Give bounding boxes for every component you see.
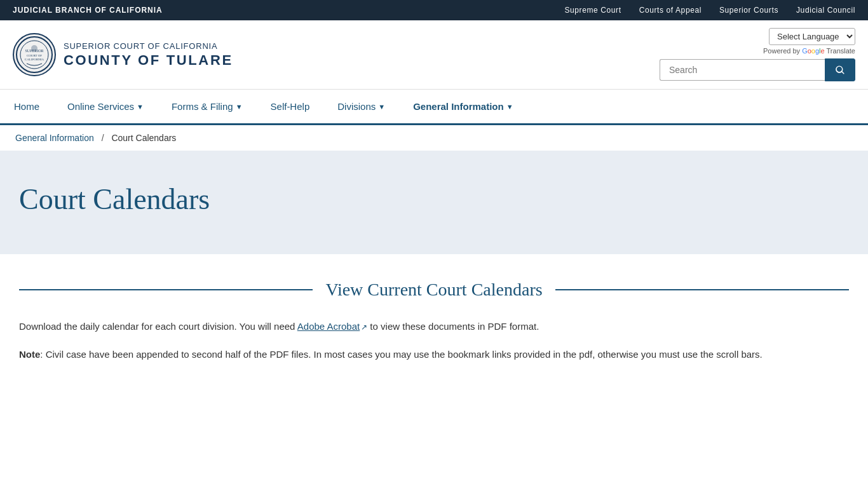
page-title: Court Calendars (19, 182, 849, 216)
language-select[interactable]: Select Language (769, 28, 855, 45)
breadcrumb-separator: / (102, 133, 104, 143)
nav-self-help[interactable]: Self-Help (257, 90, 324, 125)
nav-online-services[interactable]: Online Services ▼ (53, 90, 158, 125)
svg-text:COURT OF: COURT OF (27, 54, 42, 57)
breadcrumb-current: Court Calendars (111, 133, 176, 143)
title-line-left (19, 289, 313, 290)
translate-area: Select Language Powered by Google Transl… (763, 28, 855, 55)
nav-home[interactable]: Home (0, 90, 53, 125)
online-services-chevron: ▼ (137, 103, 144, 111)
judicial-council-link[interactable]: Judicial Council (796, 6, 855, 15)
court-subtitle: SUPERIOR COURT OF CALIFORNIA (64, 41, 233, 51)
search-area (660, 58, 855, 81)
title-line-right (555, 289, 849, 290)
main-nav: Home Online Services ▼ Forms & Filing ▼ … (0, 90, 868, 125)
main-content: View Current Court Calendars Download th… (0, 254, 868, 400)
org-name: JUDICIAL BRANCH OF CALIFORNIA (13, 6, 163, 15)
nav-divisions[interactable]: Divisions ▼ (323, 90, 399, 125)
content-paragraph-2: Note: Civil case have been appended to s… (19, 347, 849, 362)
search-input[interactable] (660, 59, 825, 81)
breadcrumb-parent[interactable]: General Information (15, 133, 94, 143)
court-seal: SUPERIOR COURT OF CALIFORNIA (13, 33, 56, 76)
external-link-icon: ↗ (361, 322, 367, 334)
search-button[interactable] (825, 58, 855, 81)
hero-section: Court Calendars (0, 151, 868, 254)
court-title: SUPERIOR COURT OF CALIFORNIA COUNTY OF T… (64, 41, 233, 69)
logo-area: SUPERIOR COURT OF CALIFORNIA SUPERIOR CO… (13, 33, 233, 76)
adobe-acrobat-link[interactable]: Adobe Acrobat↗ (297, 321, 367, 332)
divisions-chevron: ▼ (378, 103, 385, 111)
svg-text:CALIFORNIA: CALIFORNIA (25, 58, 44, 61)
note-label: Note (19, 349, 40, 360)
site-header: SUPERIOR COURT OF CALIFORNIA SUPERIOR CO… (0, 20, 868, 90)
general-info-chevron: ▼ (506, 103, 513, 111)
search-icon (834, 64, 846, 76)
content-paragraph-1: Download the daily calendar for each cou… (19, 319, 849, 334)
section-title-row: View Current Court Calendars (19, 280, 849, 300)
court-name: COUNTY OF TULARE (64, 52, 233, 69)
courts-of-appeal-link[interactable]: Courts of Appeal (639, 6, 702, 15)
top-bar: JUDICIAL BRANCH OF CALIFORNIA Supreme Co… (0, 0, 868, 20)
supreme-court-link[interactable]: Supreme Court (564, 6, 621, 15)
forms-filing-chevron: ▼ (236, 103, 243, 111)
nav-forms-filing[interactable]: Forms & Filing ▼ (158, 90, 257, 125)
section-title: View Current Court Calendars (325, 280, 542, 300)
header-right: Select Language Powered by Google Transl… (660, 28, 855, 81)
top-bar-nav: Supreme Court Courts of Appeal Superior … (564, 6, 855, 15)
svg-point-5 (31, 45, 37, 51)
superior-courts-link[interactable]: Superior Courts (719, 6, 778, 15)
powered-by: Powered by Google Translate (763, 47, 855, 55)
breadcrumb: General Information / Court Calendars (0, 125, 868, 151)
nav-general-information[interactable]: General Information ▼ (399, 90, 527, 125)
